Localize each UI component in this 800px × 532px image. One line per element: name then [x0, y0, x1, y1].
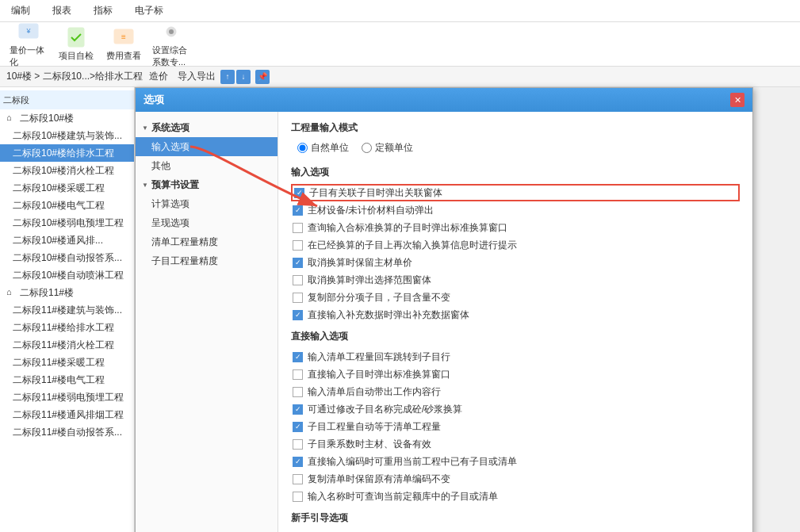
house-icon-10: ⌂: [6, 287, 17, 298]
menu-item-report[interactable]: 报表: [48, 2, 76, 19]
checkbox-0[interactable]: [294, 188, 304, 198]
dialog-tree-input-options[interactable]: 输入选项: [136, 137, 278, 156]
pin-button[interactable]: 📌: [255, 70, 270, 84]
menu-item-electronic[interactable]: 电子标: [130, 2, 168, 19]
nav-up-button[interactable]: ↑: [220, 70, 235, 84]
fee-view-label: 费用查看: [106, 50, 141, 62]
sidebar-item-1[interactable]: 二标段10#楼建筑与装饰...: [0, 127, 134, 144]
direct-checkbox-4[interactable]: [293, 422, 303, 432]
radio-natural-unit-input[interactable]: [297, 143, 308, 153]
checkbox-item-1[interactable]: 主材设备/未计价材料自动弹出: [291, 201, 740, 219]
direct-checkbox-1[interactable]: [293, 369, 303, 380]
menu-item-index[interactable]: 指标: [89, 2, 117, 19]
direct-checkbox-item-3[interactable]: 可通过修改子目名称完成砼/砂浆换算: [291, 400, 740, 418]
checkbox-3[interactable]: [293, 240, 303, 251]
checkbox-item-7[interactable]: 直接输入补充数据时弹出补充数据窗体: [291, 306, 740, 323]
dialog-tree-display-options[interactable]: 呈现选项: [136, 213, 278, 232]
sidebar-item-label-3: 二标段10#楼消火栓工程: [13, 164, 114, 178]
sidebar-item-7[interactable]: 二标段10#楼通风排...: [0, 232, 134, 249]
sidebar-item-3[interactable]: 二标段10#楼消火栓工程: [0, 162, 134, 179]
direct-checkbox-8[interactable]: [293, 492, 303, 502]
sidebar-item-label-17: 二标段11#楼通风排烟工程: [13, 408, 124, 422]
dialog-tree-label-1: 输入选项: [151, 140, 189, 154]
settings-button[interactable]: 设置综合系数专...: [149, 17, 193, 71]
checkbox-label-0: 子目有关联子目时弹出关联窗体: [309, 186, 442, 200]
checkbox-1[interactable]: [293, 205, 303, 216]
dialog-tree-other[interactable]: 其他: [136, 156, 278, 175]
checkbox-item-3[interactable]: 在已经换算的子目上再次输入换算信息时进行提示: [291, 236, 740, 254]
sidebar-item-18[interactable]: 二标段11#楼自动报答系...: [0, 423, 134, 441]
direct-checkbox-item-2[interactable]: 输入清单后自动带出工作内容行: [291, 383, 740, 400]
direct-checkbox-item-8[interactable]: 输入名称时可查询当前定额库中的子目或清单: [291, 488, 740, 505]
dialog-tree-budget-settings[interactable]: ▼ 预算书设置: [136, 175, 278, 194]
breadcrumb-bar: 10#楼 > 二标段10...>给排水工程 造价 导入导出 ↑ ↓ 📌: [0, 67, 800, 87]
checkbox-item-6[interactable]: 复制部分分项子目，子目含量不变: [291, 289, 740, 306]
input-options-title: 输入选项: [291, 166, 740, 179]
direct-checkbox-7[interactable]: [293, 474, 303, 484]
nav-down-button[interactable]: ↓: [236, 70, 251, 84]
sidebar-item-13[interactable]: 二标段11#楼消火栓工程: [0, 336, 134, 354]
direct-checkbox-label-8: 输入名称时可查询当前定额库中的子目或清单: [308, 490, 498, 503]
checkbox-label-6: 复制部分分项子目，子目含量不变: [308, 291, 450, 304]
sidebar-item-label-12: 二标段11#楼给排水工程: [13, 321, 114, 335]
direct-checkbox-item-5[interactable]: 子目乘系数时主材、设备有效: [291, 435, 740, 453]
sidebar-item-9[interactable]: 二标段10#楼自动喷淋工程: [0, 266, 134, 284]
checkbox-4[interactable]: [293, 258, 303, 268]
checkbox-7[interactable]: [293, 310, 303, 320]
radio-quota-unit-input[interactable]: [362, 143, 372, 153]
direct-checkbox-item-4[interactable]: 子目工程量自动等于清单工程量: [291, 418, 740, 435]
dialog-tree: ▼ 系统选项 输入选项 其他 ▼ 预算书设置 计算选项: [136, 112, 278, 532]
engineering-mode-title: 工程量输入模式: [291, 121, 740, 135]
checkbox-2[interactable]: [293, 223, 303, 233]
dialog-tree-label-3: 预算书设置: [151, 178, 199, 192]
dialog-title-bar: 选项 ✕: [136, 88, 752, 112]
dialog-tree-item-precision[interactable]: 子目工程量精度: [136, 251, 278, 270]
project-check-button[interactable]: 项目自检: [54, 23, 98, 65]
checkbox-item-2[interactable]: 查询输入合标准换算的子目时弹出标准换算窗口: [291, 219, 740, 236]
sidebar-item-8[interactable]: 二标段10#楼自动报答系...: [0, 249, 134, 266]
sidebar-item-17[interactable]: 二标段11#楼通风排烟工程: [0, 406, 134, 423]
direct-checkbox-2[interactable]: [293, 387, 303, 397]
sidebar-item-0[interactable]: ⌂ 二标段10#楼: [0, 109, 134, 127]
sidebar-item-5[interactable]: 二标段10#楼电气工程: [0, 197, 134, 214]
sidebar-item-label-2: 二标段10#楼给排水工程: [13, 147, 114, 160]
sidebar-item-4[interactable]: 二标段10#楼采暖工程: [0, 179, 134, 197]
sidebar-item-12[interactable]: 二标段11#楼给排水工程: [0, 319, 134, 336]
sidebar-item-11[interactable]: 二标段11#楼建筑与装饰...: [0, 301, 134, 319]
direct-checkbox-item-6[interactable]: 直接输入编码时可重用当前工程中已有子目或清单: [291, 453, 740, 470]
checkbox-5[interactable]: [293, 275, 303, 285]
dialog-tree-calc-options[interactable]: 计算选项: [136, 194, 278, 213]
direct-checkbox-item-1[interactable]: 直接输入子目时弹出标准换算窗口: [291, 366, 740, 383]
project-check-label: 项目自检: [59, 50, 94, 62]
sidebar-item-label-8: 二标段10#楼自动报答系...: [13, 251, 122, 265]
menu-item-edit[interactable]: 编制: [6, 2, 35, 19]
direct-checkbox-label-4: 子目工程量自动等于清单工程量: [308, 420, 441, 434]
checkbox-item-0[interactable]: 子目有关联子目时弹出关联窗体: [291, 184, 740, 201]
price-integration-button[interactable]: ¥ 量价一体化: [6, 17, 51, 71]
checkbox-item-5[interactable]: 取消换算时弹出选择范围窗体: [291, 271, 740, 289]
sidebar-item-6[interactable]: 二标段10#楼弱电预埋工程: [0, 214, 134, 232]
dialog-tree-list-precision[interactable]: 清单工程量精度: [136, 232, 278, 251]
sidebar-item-2[interactable]: 二标段10#楼给排水工程: [0, 144, 134, 162]
radio-quota-unit[interactable]: 定额单位: [362, 141, 413, 155]
direct-checkbox-6[interactable]: [293, 457, 303, 467]
nav-arrows: 导入导出 ↑ ↓ 📌: [178, 70, 270, 84]
direct-checkbox-0[interactable]: [293, 352, 303, 362]
dialog-tree-system-options[interactable]: ▼ 系统选项: [136, 118, 278, 137]
direct-checkbox-item-0[interactable]: 输入清单工程量回车跳转到子目行: [291, 348, 740, 366]
checkbox-6[interactable]: [293, 293, 303, 303]
direct-checkbox-3[interactable]: [293, 404, 303, 415]
direct-checkbox-5[interactable]: [293, 439, 303, 450]
fee-view-button[interactable]: ≡ 费用查看: [101, 23, 146, 65]
sidebar-item-16[interactable]: 二标段11#楼弱电预埋工程: [0, 388, 134, 406]
direct-checkbox-item-7[interactable]: 复制清单时保留原有清单编码不变: [291, 470, 740, 488]
dialog-tree-label-4: 计算选项: [151, 197, 189, 211]
checkbox-item-4[interactable]: 取消换算时保留主材单价: [291, 254, 740, 271]
sidebar-item-label-5: 二标段10#楼电气工程: [13, 199, 105, 212]
sidebar-item-15[interactable]: 二标段11#楼电气工程: [0, 371, 134, 388]
breadcrumb-path: 10#楼 > 二标段10...>给排水工程: [6, 70, 143, 83]
sidebar-item-14[interactable]: 二标段11#楼采暖工程: [0, 354, 134, 371]
sidebar-item-10[interactable]: ⌂ 二标段11#楼: [0, 284, 134, 301]
radio-natural-unit[interactable]: 自然单位: [297, 141, 349, 155]
dialog-close-button[interactable]: ✕: [730, 93, 744, 107]
